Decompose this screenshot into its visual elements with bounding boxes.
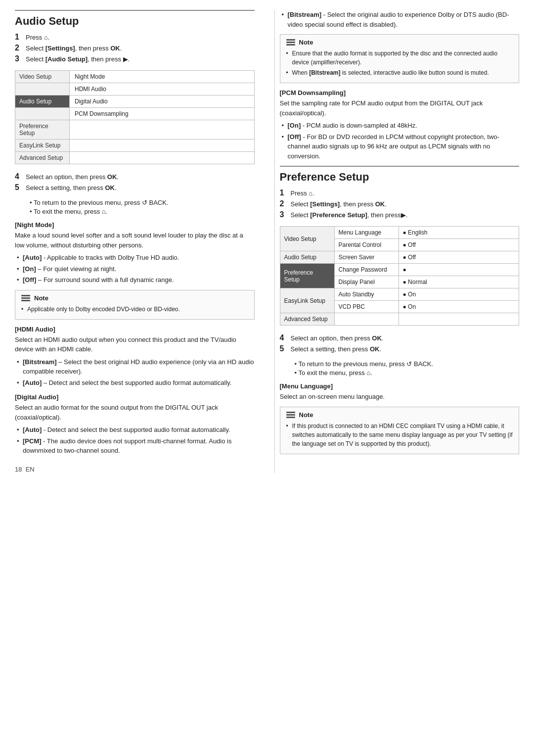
pref-step-5: 5 Select a setting, then press OK.	[280, 344, 520, 353]
preference-setup-table: Video Setup Menu Language ● English Pare…	[280, 226, 520, 326]
table-row: Preference Setup Change Password ●	[280, 264, 519, 276]
pcm-downsampling-bullets: [On] - PCM audio is down-sampled at 48kH…	[280, 121, 520, 161]
digital-audio-heading: [Digital Audio]	[15, 393, 255, 401]
pcm-downsampling-heading: [PCM Downsampling]	[280, 89, 520, 96]
night-mode-body: Make a loud sound level softer and a sof…	[15, 231, 255, 250]
list-item: [PCM] - The audio device does not suppor…	[15, 436, 255, 456]
preference-setup-title: Preference Setup	[280, 166, 520, 184]
table-row: Video Setup Night Mode	[15, 71, 255, 83]
pref-step-4: 4 Select an option, then press OK.	[280, 333, 520, 342]
list-item: [Auto] - Applicable to tracks with Dolby…	[15, 253, 255, 263]
pref-step-2: 2 Select [Settings], then press OK.	[280, 199, 520, 208]
page-number: 18 EN	[15, 466, 255, 473]
table-row: Video Setup Menu Language ● English	[280, 227, 519, 239]
audio-sub-steps: To return to the previous menu, press BA…	[30, 199, 255, 215]
list-item: [On] - PCM audio is down-sampled at 48kH…	[280, 121, 520, 131]
digital-audio-body: Select an audio format for the sound out…	[15, 403, 255, 422]
pref-step-3: 3 Select [Preference Setup], then press.	[280, 210, 520, 219]
audio-setup-table: Video Setup Night Mode HDMI Audio Audio …	[15, 70, 255, 164]
sub-step-exit-pref: To exit the menu, press .	[295, 369, 520, 377]
step-4: 4 Select an option, then press OK.	[15, 172, 255, 181]
list-item: [Off] – For surround sound with a full d…	[15, 275, 255, 285]
table-row: Audio Setup Screen Saver ● Off	[280, 251, 519, 264]
list-item: [Off] - For BD or DVD recorded in LPCM w…	[280, 132, 520, 161]
digital-audio-bullets: [Auto] - Detect and select the best supp…	[15, 425, 255, 456]
sub-step-exit: To exit the menu, press .	[30, 208, 255, 215]
preference-steps: 1 Press . 2 Select [Settings], then pres…	[280, 189, 520, 219]
hdmi-audio-body: Select an HDMI audio output when you con…	[15, 335, 255, 354]
list-item: When [Bitstream] is selected, interactiv…	[286, 68, 513, 77]
back-arrow-icon	[142, 199, 147, 206]
list-item: [Auto] – Detect and select the best supp…	[15, 378, 255, 388]
table-row: HDMI Audio	[15, 83, 255, 95]
table-row: EasyLink Setup Auto Standby ● On	[280, 288, 519, 301]
pref-step-1: 1 Press .	[280, 189, 520, 197]
note-icon-3	[286, 412, 295, 418]
home-icon-exit-pref	[366, 369, 370, 377]
right-arrow-pref	[401, 211, 406, 219]
list-item: If this product is connected to an HDMI …	[286, 422, 513, 448]
list-item: [Bitstream] – Select the best original H…	[15, 357, 255, 377]
note-header-3: Note	[286, 411, 513, 419]
sub-step-back-pref: To return to the previous menu, press BA…	[295, 360, 520, 368]
preference-sub-steps: To return to the previous menu, press BA…	[295, 360, 520, 377]
list-item: [Bitstream] - Select the original audio …	[280, 10, 520, 29]
note-header-2: Note	[286, 39, 513, 46]
right-arrow-icon	[123, 55, 128, 63]
list-item: [On] – For quiet viewing at night.	[15, 264, 255, 274]
note-list-2: Ensure that the audio format is supporte…	[286, 49, 513, 77]
pcm-downsampling-body: Set the sampling rate for PCM audio outp…	[280, 98, 520, 118]
step-2: 2 Select [Settings], then press OK.	[15, 44, 255, 52]
hdmi-audio-bullets: [Bitstream] – Select the best original H…	[15, 357, 255, 388]
back-arrow-pref	[406, 360, 412, 368]
table-row: Audio Setup Digital Audio	[15, 95, 255, 108]
note-header-1: Note	[21, 294, 248, 302]
note-box-2: Note Ensure that the audio format is sup…	[280, 34, 520, 83]
list-item: Applicable only to Dolby encoded DVD-vid…	[21, 305, 248, 314]
list-item: Ensure that the audio format is supporte…	[286, 49, 513, 67]
night-mode-bullets: [Auto] - Applicable to tracks with Dolby…	[15, 253, 255, 285]
table-row: Preference Setup	[15, 120, 255, 140]
table-row: Advanced Setup	[15, 152, 255, 164]
hdmi-audio-heading: [HDMI Audio]	[15, 326, 255, 333]
home-icon	[44, 34, 48, 41]
menu-language-heading: [Menu Language]	[280, 382, 520, 390]
note-icon-2	[286, 39, 295, 46]
step-1: 1 Press .	[15, 33, 255, 42]
night-mode-heading: [Night Mode]	[15, 221, 255, 229]
note-icon-1	[21, 295, 30, 301]
preference-steps-after: 4 Select an option, then press OK. 5 Sel…	[280, 333, 520, 353]
note-list-1: Applicable only to Dolby encoded DVD-vid…	[21, 305, 248, 314]
table-row: Advanced Setup	[280, 313, 519, 326]
audio-steps-after: 4 Select an option, then press OK. 5 Sel…	[15, 172, 255, 192]
step-3: 3 Select [Audio Setup], then press .	[15, 54, 255, 63]
audio-setup-steps: 1 Press . 2 Select [Settings], then pres…	[15, 33, 255, 63]
home-icon-2	[102, 208, 106, 215]
right-column: [Bitstream] - Select the original audio …	[274, 10, 520, 473]
table-row: EasyLink Setup	[15, 140, 255, 152]
note-list-3: If this product is connected to an HDMI …	[286, 422, 513, 448]
table-row: PCM Downsampling	[15, 108, 255, 120]
note-box-1: Note Applicable only to Dolby encoded DV…	[15, 290, 255, 320]
home-icon-pref	[309, 189, 312, 197]
step-5: 5 Select a setting, then press OK.	[15, 183, 255, 192]
list-item: [Auto] - Detect and select the best supp…	[15, 425, 255, 435]
left-column: Audio Setup 1 Press . 2 Select [Settings…	[15, 10, 260, 473]
sub-step-back: To return to the previous menu, press BA…	[30, 199, 255, 206]
menu-language-body: Select an on-screen menu language.	[280, 392, 520, 402]
audio-setup-title: Audio Setup	[15, 10, 255, 28]
note-box-3: Note If this product is connected to an …	[280, 407, 520, 454]
bitstream-bullet-list: [Bitstream] - Select the original audio …	[280, 10, 520, 29]
